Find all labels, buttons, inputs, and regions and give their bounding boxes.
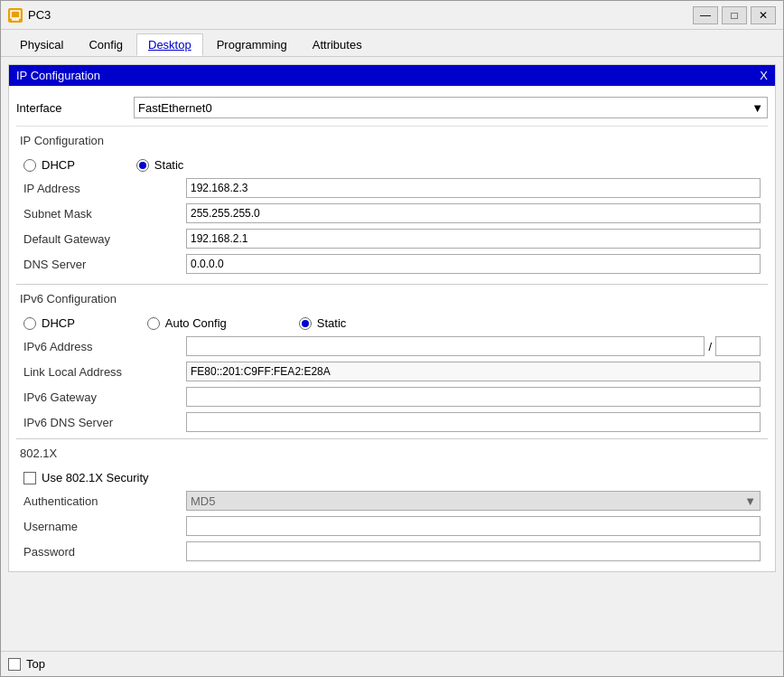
ip-config-header: IP Configuration X <box>9 65 775 86</box>
interface-dropdown-icon: ▼ <box>751 101 763 115</box>
svg-rect-0 <box>11 11 20 18</box>
ipv6-gateway-label: IPv6 Gateway <box>23 390 186 404</box>
tab-physical[interactable]: Physical <box>8 33 75 56</box>
password-label: Password <box>23 545 186 559</box>
ipv6-static-label: Static <box>317 316 347 330</box>
ipv6-prefix-input[interactable] <box>715 336 761 356</box>
ipv6-section-header: IPv6 Configuration <box>16 292 768 306</box>
ipv6-address-label: IPv6 Address <box>23 340 186 353</box>
username-row: Username <box>16 513 768 539</box>
titlebar-controls: — □ ✕ <box>693 6 776 24</box>
ipv6-dns-input[interactable] <box>186 412 761 432</box>
username-label: Username <box>23 520 186 533</box>
ipv4-section-header: IP Configuration <box>16 134 768 147</box>
app-icon <box>8 8 23 23</box>
dhcp-radio[interactable] <box>23 159 36 172</box>
static-radio-group[interactable]: Static <box>136 158 184 172</box>
maximize-button[interactable]: □ <box>722 6 747 24</box>
subnet-mask-label: Subnet Mask <box>23 207 186 221</box>
close-button[interactable]: ✕ <box>751 6 776 24</box>
use-8021x-label: Use 802.1X Security <box>42 471 149 484</box>
tab-programming[interactable]: Programming <box>205 33 299 56</box>
ipv6-radio-row: DHCP Auto Config Static <box>16 313 768 334</box>
ipv4-config: DHCP Static IP Address Subn <box>16 151 768 280</box>
ipv6-dns-label: IPv6 DNS Server <box>23 416 186 429</box>
top-label: Top <box>26 657 45 671</box>
interface-value: FastEthernet0 <box>138 101 212 115</box>
link-local-row: Link Local Address <box>16 359 768 384</box>
default-gateway-row: Default Gateway <box>16 226 768 251</box>
ipv6-gateway-input[interactable] <box>186 387 761 407</box>
dhcp-radio-group[interactable]: DHCP <box>23 158 75 172</box>
divider-2 <box>16 438 768 439</box>
window-title: PC3 <box>28 8 51 22</box>
password-row: Password <box>16 539 768 564</box>
ipv6-auto-radio-group[interactable]: Auto Config <box>147 316 227 330</box>
link-local-label: Link Local Address <box>23 365 186 379</box>
dns-server-label: DNS Server <box>23 258 186 271</box>
main-window: PC3 — □ ✕ Physical Config Desktop Progra… <box>0 0 784 677</box>
minimize-button[interactable]: — <box>693 6 718 24</box>
ipv6-dns-row: IPv6 DNS Server <box>16 409 768 435</box>
ip-address-input[interactable] <box>186 178 761 198</box>
ipv6-slash: / <box>708 340 712 353</box>
interface-select[interactable]: FastEthernet0 ▼ <box>134 97 768 118</box>
ipv6-static-radio[interactable] <box>299 317 312 330</box>
titlebar-left: PC3 <box>8 8 51 23</box>
bottom-bar: Top <box>1 651 783 676</box>
static-radio[interactable] <box>136 159 149 172</box>
ipv6-dhcp-radio[interactable] <box>23 317 36 330</box>
content-area: IP Configuration X Interface FastEtherne… <box>1 57 783 651</box>
ip-config-close-button[interactable]: X <box>760 69 768 82</box>
use-8021x-row: Use 802.1X Security <box>16 467 768 488</box>
tabbar: Physical Config Desktop Programming Attr… <box>1 30 783 57</box>
titlebar: PC3 — □ ✕ <box>1 1 783 30</box>
ipv6-address-row: IPv6 Address / <box>16 334 768 359</box>
ipv6-dhcp-radio-group[interactable]: DHCP <box>23 316 75 330</box>
ipv6-static-radio-group[interactable]: Static <box>299 316 347 330</box>
authentication-select[interactable]: MD5 ▼ <box>186 491 761 511</box>
dot8021x-section-header: 802.1X <box>16 447 768 460</box>
ipv6-gateway-row: IPv6 Gateway <box>16 384 768 409</box>
ip-config-title: IP Configuration <box>16 69 100 82</box>
dot8021x-config: Use 802.1X Security Authentication MD5 ▼… <box>16 467 768 564</box>
ipv6-auto-label: Auto Config <box>165 316 227 330</box>
ip-address-label: IP Address <box>23 182 186 195</box>
default-gateway-input[interactable] <box>186 229 761 249</box>
ipv6-address-input[interactable] <box>186 336 705 356</box>
ipv4-radio-row: DHCP Static <box>16 155 768 175</box>
ip-address-row: IP Address <box>16 175 768 201</box>
static-label: Static <box>154 158 184 172</box>
divider-1 <box>16 284 768 285</box>
link-local-input <box>186 362 761 381</box>
ip-config-panel: IP Configuration X Interface FastEtherne… <box>8 64 776 572</box>
interface-row: Interface FastEthernet0 ▼ <box>16 93 768 127</box>
subnet-mask-row: Subnet Mask <box>16 201 768 226</box>
password-input[interactable] <box>186 541 761 561</box>
use-8021x-checkbox[interactable] <box>23 472 36 484</box>
tab-desktop[interactable]: Desktop <box>136 33 203 56</box>
interface-label: Interface <box>16 101 134 115</box>
username-input[interactable] <box>186 516 761 536</box>
ipv6-config: DHCP Auto Config Static IPv6 Ad <box>16 313 768 435</box>
default-gateway-label: Default Gateway <box>23 232 186 246</box>
dns-server-row: DNS Server <box>16 251 768 277</box>
ipv6-dhcp-label: DHCP <box>42 316 75 330</box>
tab-attributes[interactable]: Attributes <box>301 33 374 56</box>
authentication-value: MD5 <box>191 494 215 508</box>
authentication-label: Authentication <box>23 494 186 508</box>
ipv6-auto-radio[interactable] <box>147 317 160 330</box>
auth-dropdown-icon: ▼ <box>744 494 756 508</box>
subnet-mask-input[interactable] <box>186 203 761 223</box>
ip-config-body: Interface FastEthernet0 ▼ IP Configurati… <box>9 86 775 571</box>
dns-server-input[interactable] <box>186 254 761 274</box>
authentication-row: Authentication MD5 ▼ <box>16 488 768 513</box>
top-checkbox[interactable] <box>8 658 21 671</box>
tab-config[interactable]: Config <box>77 33 135 56</box>
dhcp-label: DHCP <box>42 158 75 172</box>
